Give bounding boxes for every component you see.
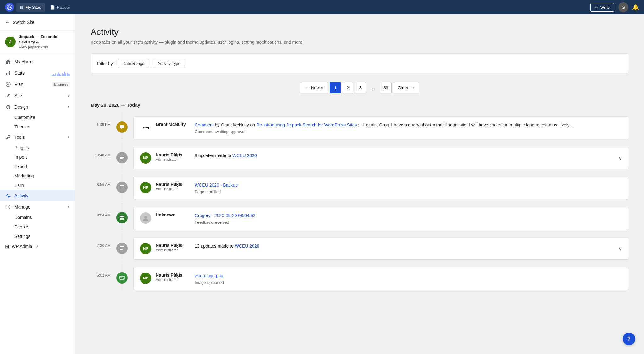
sidebar-item-settings[interactable]: Settings [0,232,75,241]
svg-rect-19 [120,249,123,250]
sidebar-item-tools[interactable]: Tools ∧ [0,132,75,143]
newer-button[interactable]: ← Newer [300,82,328,93]
sidebar-menu: My Home Stats [0,53,75,354]
sidebar-stats-label: Stats [14,70,25,76]
expand-button[interactable]: ∨ [619,246,622,252]
pagination: ← Newer 1 2 3 … 33 Older → [91,82,629,93]
switch-site-button[interactable]: ← Switch Site [0,14,75,31]
sidebar-item-marketing[interactable]: Marketing [0,171,75,181]
expand-button[interactable]: ∨ [619,155,622,161]
sidebar-item-customize[interactable]: Customize [0,113,75,122]
activity-sub-text: Comment awaiting approval [195,129,622,134]
svg-rect-12 [120,216,122,217]
filter-label: Filter by: [97,61,114,66]
activity-time-col: 10:48 AM [91,143,116,158]
reader-icon: 📄 [50,5,55,10]
wordpress-logo [5,3,14,12]
site-info: J Jetpack — Essential Security & View je… [0,31,75,53]
activity-row: 8:56 AM NP Nauris Pūķis [91,173,629,203]
sidebar: ← Switch Site J Jetpack — Essential Secu… [0,14,75,354]
timeline-col [116,113,128,139]
user-role: Administrator [156,157,190,162]
sidebar-item-earn[interactable]: Earn [0,181,75,190]
people-label: People [14,224,28,229]
back-arrow-icon: ← [5,20,10,25]
chevron-down-icon: ∨ [67,93,70,98]
notifications-bell[interactable]: 🔔 [632,4,639,11]
sidebar-item-wp-admin[interactable]: ⊞ WP Admin ↗ [0,241,75,252]
activity-description: WCEU 2020 - Backup Page modified [195,182,622,194]
filter-date-range-button[interactable]: Date Range [118,59,149,68]
comment-link[interactable]: Comment [195,122,214,127]
sidebar-item-import[interactable]: Import [0,152,75,162]
site-icon-letter: J [9,39,12,44]
sidebar-item-plugins[interactable]: Plugins [0,143,75,152]
topbar-reader[interactable]: 📄 Reader [46,3,74,12]
activity-row: 7:30 AM NP Nauris Pūķis [91,234,629,263]
page-3-button[interactable]: 3 [355,82,366,93]
sidebar-tools-label: Tools [14,135,25,140]
activity-row: 8:04 AM [91,203,629,234]
activity-sub-text: Image uploaded [195,280,622,285]
topbar-my-sites[interactable]: ⊞ My Sites [16,3,45,12]
sidebar-item-export[interactable]: Export [0,162,75,171]
my-sites-label: My Sites [25,5,41,10]
activity-time-col: 6:02 AM [91,263,116,278]
page-1-button[interactable]: 1 [330,82,341,93]
site-details: Jetpack — Essential Security & View jetp… [19,34,70,49]
desc-by: by Grant McNulty on [215,122,257,127]
user-info: Nauris Pūķis Administrator [156,152,190,162]
activity-description: 8 updates made to WCEU 2020 [195,152,614,159]
sidebar-item-domains[interactable]: Domains [0,213,75,222]
write-button[interactable]: ✏ Write [590,3,614,12]
page-2-button[interactable]: 2 [342,82,353,93]
sidebar-item-manage[interactable]: Manage ∧ [0,201,75,213]
activity-row: 1:36 PM ⌐¬ [91,113,629,143]
activity-time: 6:02 AM [97,273,111,278]
sidebar-item-site[interactable]: Site ∨ [0,90,75,101]
filter-activity-type-button[interactable]: Activity Type [153,59,185,68]
wceu-link2[interactable]: WCEU 2020 [235,244,259,249]
sidebar-plan-label: Plan [14,82,23,87]
switch-site-label: Switch Site [13,20,34,25]
sidebar-item-my-home[interactable]: My Home [0,56,75,67]
help-button[interactable]: ? [623,333,635,345]
sidebar-item-themes[interactable]: Themes [0,122,75,132]
sidebar-item-plan[interactable]: Plan Business [0,79,75,90]
older-button[interactable]: Older → [393,82,419,93]
feedback-link[interactable]: Gregory - 2020-05-20 08:04:52 [195,213,255,218]
user-name: Unknown [156,212,190,217]
svg-rect-14 [120,218,122,220]
image-link[interactable]: wceu-logo.png [195,273,223,278]
wceu-link[interactable]: WCEU 2020 [232,153,257,158]
timeline-col [116,173,128,199]
desc-text: 8 updates made to [195,153,232,158]
earn-label: Earn [14,183,24,188]
activity-list: 1:36 PM ⌐¬ [91,113,629,294]
activity-content: ⌐¬ Grant McNulty Comment by Grant McNult… [128,113,629,143]
user-role: Administrator [156,248,190,252]
sidebar-item-people[interactable]: People [0,222,75,232]
activity-time: 1:36 PM [97,122,111,127]
stats-icon [5,70,11,76]
activity-time-col: 1:36 PM [91,113,116,127]
wceu-backup-link[interactable]: WCEU 2020 - Backup [195,183,238,188]
post-link[interactable]: Re-introducing Jetpack Search for WordPr… [256,122,357,127]
date-group-title: May 20, 2020 — Today [91,102,629,108]
comment-symbol-icon: ⌐¬ [143,124,148,131]
sidebar-item-activity[interactable]: Activity [0,190,75,201]
user-avatar[interactable]: G [618,2,628,12]
timeline-icon-feedback [116,212,128,223]
reader-label: Reader [57,5,70,10]
svg-rect-2 [8,72,8,75]
export-label: Export [14,164,27,169]
chevron-up-icon-manage: ∧ [67,205,70,209]
activity-sub-text: Page modified [195,189,622,194]
svg-rect-10 [120,187,124,187]
activity-desc-text: wceu-logo.png [195,273,622,279]
page-33-button[interactable]: 33 [380,82,392,93]
sidebar-item-design[interactable]: Design ∧ [0,101,75,113]
activity-card: ⌐¬ Grant McNulty Comment by Grant McNult… [133,116,629,139]
activity-content: NP Nauris Pūķis Administrator 13 updates… [128,234,629,263]
sidebar-item-stats[interactable]: Stats [0,67,75,79]
